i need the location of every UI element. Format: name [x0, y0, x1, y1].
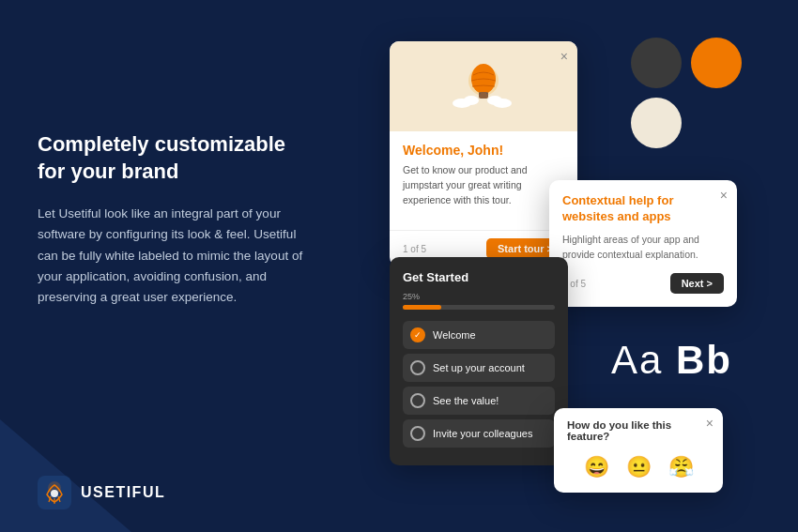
emoji-card-close[interactable]: × [706, 416, 714, 431]
context-card-close[interactable]: × [720, 188, 728, 203]
progress-label: 25% [403, 292, 555, 301]
main-description: Let Usetiful look like an integral part … [38, 204, 310, 308]
logo-text: USETIFUL [81, 484, 165, 501]
checklist-title: Get Started [403, 270, 555, 284]
emoji-row: 😄 😐 😤 [567, 453, 710, 481]
left-panel: Completely customizablefor your brand Le… [38, 131, 310, 309]
typography-specimen: Aa Bb [611, 338, 732, 383]
context-card-title: Contextual help for websites and apps [562, 193, 724, 225]
swatch-dark [631, 38, 682, 88]
logo-area: USETIFUL [38, 476, 165, 509]
emoji-question: How do you like this feature? [567, 419, 710, 442]
welcome-card-header: × [390, 41, 577, 131]
check-circle-colleagues [410, 426, 425, 441]
welcome-step-indicator: 1 of 5 [403, 244, 426, 254]
welcome-title: Welcome, John! [403, 143, 564, 158]
svg-point-6 [487, 96, 502, 105]
check-circle-welcome [410, 327, 425, 342]
swatch-column-2 [691, 38, 742, 88]
context-card-footer: 4 of 5 Next > [562, 273, 724, 294]
checklist-label-welcome: Welcome [433, 329, 476, 341]
emoji-happy[interactable]: 😄 [582, 453, 611, 481]
checklist-label-setup: Set up your account [433, 362, 525, 373]
swatch-column-1 [631, 38, 682, 148]
color-swatches [631, 38, 742, 148]
checklist-label-value: See the value! [433, 395, 499, 406]
checklist-label-colleagues: Invite your colleagues [433, 428, 532, 439]
emoji-neutral[interactable]: 😐 [624, 453, 653, 481]
context-card-description: Highlight areas of your app and provide … [562, 233, 724, 263]
checklist-item-welcome[interactable]: Welcome [403, 321, 555, 349]
progress-bar-fill [403, 305, 441, 310]
main-heading: Completely customizablefor your brand [38, 131, 310, 185]
logo-icon [38, 476, 71, 509]
balloon-illustration [451, 60, 516, 113]
contextual-help-card: × Contextual help for websites and apps … [549, 180, 737, 307]
emoji-angry[interactable]: 😤 [667, 453, 696, 481]
svg-point-4 [464, 96, 479, 105]
check-circle-value [410, 393, 425, 408]
typography-bold: Bb [676, 338, 732, 382]
welcome-description: Get to know our product and jumpstart yo… [403, 163, 564, 207]
welcome-card-close[interactable]: × [560, 49, 568, 64]
svg-rect-9 [479, 92, 488, 99]
svg-point-2 [51, 490, 58, 497]
checklist-item-value[interactable]: See the value! [403, 387, 555, 415]
next-button[interactable]: Next > [670, 273, 724, 294]
checklist-item-setup[interactable]: Set up your account [403, 354, 555, 382]
progress-bar [403, 305, 555, 310]
checklist-card: Get Started 25% Welcome Set up your acco… [390, 257, 568, 465]
emoji-feedback-card: × How do you like this feature? 😄 😐 😤 [554, 408, 723, 493]
swatch-cream [631, 98, 682, 148]
check-circle-setup [410, 360, 425, 375]
checklist-item-colleagues[interactable]: Invite your colleagues [403, 419, 555, 448]
swatch-orange [691, 38, 742, 88]
